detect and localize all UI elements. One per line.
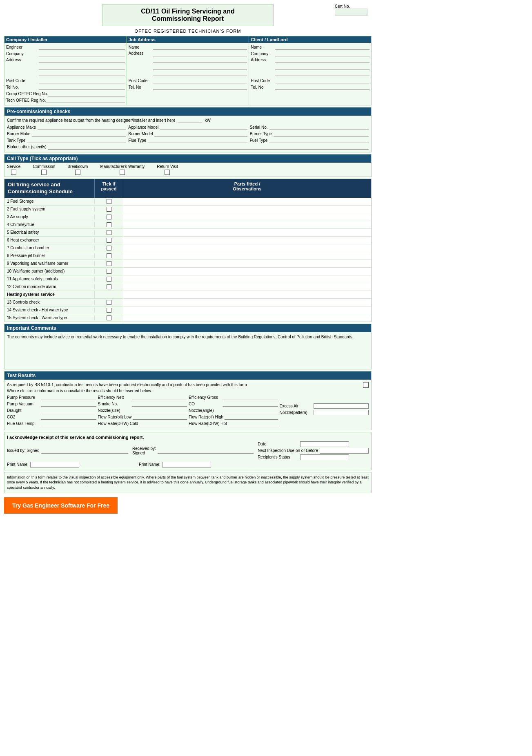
next-inspection-input[interactable]: [320, 448, 369, 454]
appliance-make-input[interactable]: [38, 124, 126, 130]
schedule-check-3[interactable]: [94, 215, 123, 219]
schedule-check-15[interactable]: [94, 315, 123, 320]
schedule-check-14[interactable]: [94, 308, 123, 313]
schedule-obs-15[interactable]: [123, 314, 371, 322]
schedule-check-12[interactable]: [94, 284, 123, 289]
return-checkbox[interactable]: [165, 170, 170, 175]
company-input[interactable]: [39, 51, 125, 56]
client-telno-input[interactable]: [275, 84, 370, 90]
job-name-input[interactable]: [153, 44, 247, 50]
issued-signed-input[interactable]: [41, 448, 129, 454]
recipient-status-input[interactable]: [300, 454, 349, 460]
job-addr-4[interactable]: [153, 70, 247, 76]
eff-nett-input[interactable]: [132, 395, 187, 400]
fuel-type-input[interactable]: [269, 137, 369, 143]
schedule-obs-4[interactable]: [123, 221, 371, 228]
kw-input[interactable]: [178, 117, 202, 123]
postcode-input[interactable]: [39, 78, 125, 83]
flue-gas-input[interactable]: [41, 421, 96, 426]
schedule-obs-13[interactable]: [123, 299, 371, 306]
commission-checkbox[interactable]: [41, 170, 47, 175]
comp-oftec-input[interactable]: [48, 91, 125, 96]
breakdown-checkbox[interactable]: [75, 170, 80, 175]
addr-input-1[interactable]: [39, 57, 125, 63]
schedule-obs-2[interactable]: [123, 206, 371, 213]
excess-air-input[interactable]: [314, 403, 369, 409]
burner-model-input[interactable]: [154, 131, 247, 136]
job-postcode-input[interactable]: [153, 78, 247, 83]
schedule-check-5[interactable]: [94, 230, 123, 235]
flow-rate-high-input[interactable]: [225, 414, 278, 420]
tech-oftec-input[interactable]: [46, 97, 125, 103]
pump-vacuum-input[interactable]: [41, 401, 96, 407]
flow-dhw-hot-input[interactable]: [228, 421, 278, 426]
schedule-obs-10[interactable]: [123, 268, 371, 275]
service-checkbox[interactable]: [11, 170, 16, 175]
client-addr-1[interactable]: [275, 57, 370, 63]
biofuel-input[interactable]: [48, 144, 369, 150]
telno-input[interactable]: [39, 84, 125, 90]
cta-button[interactable]: Try Gas Engineer Software For Free: [4, 497, 118, 514]
excess-air-label: Excess Air: [280, 404, 312, 408]
client-name-input[interactable]: [275, 44, 370, 50]
smoke-no-input[interactable]: [132, 401, 187, 407]
schedule-check-7[interactable]: [94, 246, 123, 251]
client-postcode-input[interactable]: [275, 78, 370, 83]
client-addr-3[interactable]: [275, 70, 370, 76]
schedule-obs-1[interactable]: [123, 198, 371, 205]
schedule-obs-11[interactable]: [123, 275, 371, 283]
addr-input-2[interactable]: [39, 64, 125, 69]
tank-type-input[interactable]: [27, 137, 126, 143]
schedule-check-4[interactable]: [94, 222, 123, 227]
pump-pressure-input[interactable]: [41, 395, 96, 400]
addr-input-3[interactable]: [39, 70, 125, 76]
serial-no-input[interactable]: [269, 124, 369, 130]
job-addr-3[interactable]: [153, 64, 247, 69]
draught-input[interactable]: [41, 408, 96, 413]
schedule-check-11[interactable]: [94, 277, 123, 282]
schedule-check-2[interactable]: [94, 207, 123, 212]
engineer-input[interactable]: [39, 44, 125, 50]
burner-make-label: Burner Make: [7, 132, 30, 136]
pump-vacuum-label: Pump Vacuum: [7, 402, 40, 406]
warranty-checkbox[interactable]: [120, 170, 125, 175]
nozzle-pattern-input[interactable]: [314, 410, 369, 415]
schedule-check-1[interactable]: [94, 199, 123, 204]
test-col1: Pump Pressure Pump Vacuum Draught CO2: [7, 395, 96, 427]
flow-rate-low-input[interactable]: [133, 414, 187, 420]
flue-type-input[interactable]: [148, 137, 247, 143]
job-telno-input[interactable]: [153, 84, 247, 90]
co2-input[interactable]: [41, 414, 96, 420]
bs-checkbox[interactable]: [363, 382, 369, 388]
schedule-obs-14[interactable]: [123, 306, 371, 314]
schedule-check-6[interactable]: [94, 238, 123, 243]
schedule-obs-3[interactable]: [123, 213, 371, 221]
schedule-check-10[interactable]: [94, 269, 123, 274]
nozzle-size-input[interactable]: [132, 408, 187, 413]
schedule-check-13[interactable]: [94, 300, 123, 305]
eff-gross-input[interactable]: [223, 395, 278, 400]
appliance-model-input[interactable]: [160, 124, 247, 130]
co-input[interactable]: [223, 401, 278, 407]
schedule-obs-12[interactable]: [123, 283, 371, 291]
burner-make-input[interactable]: [32, 131, 126, 136]
cert-input[interactable]: [335, 9, 367, 16]
schedule-obs-6[interactable]: [123, 237, 371, 244]
received-signed-input[interactable]: [158, 448, 254, 454]
schedule-obs-8[interactable]: [123, 252, 371, 259]
schedule-obs-9[interactable]: [123, 260, 371, 267]
date-input[interactable]: [300, 441, 349, 447]
schedule-obs-7[interactable]: [123, 244, 371, 252]
print-name1-input[interactable]: [30, 462, 79, 467]
flow-dhw-cold-input[interactable]: [139, 421, 187, 426]
schedule-check-9[interactable]: [94, 261, 123, 266]
schedule-obs-5[interactable]: [123, 229, 371, 236]
job-addr-1[interactable]: [153, 51, 247, 56]
client-company-input[interactable]: [275, 51, 370, 56]
schedule-check-8[interactable]: [94, 253, 123, 258]
burner-type-input[interactable]: [274, 131, 369, 136]
job-addr-2[interactable]: [153, 57, 247, 63]
client-addr-2[interactable]: [275, 64, 370, 69]
print-name2-input[interactable]: [162, 462, 211, 467]
nozzle-angle-input[interactable]: [223, 408, 278, 413]
